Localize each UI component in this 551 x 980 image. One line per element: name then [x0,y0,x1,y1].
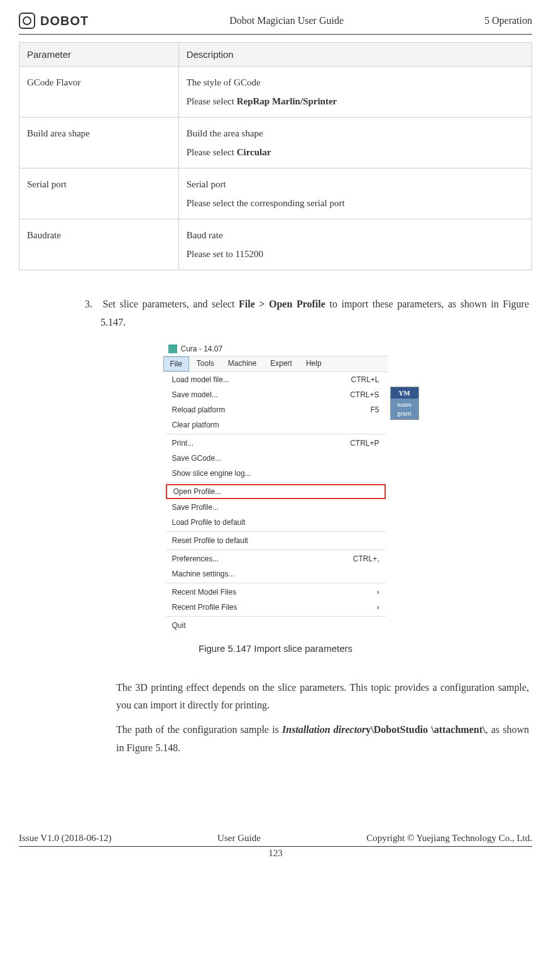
menu-item-shortcut: CTRL+P [350,439,379,448]
menu-machine[interactable]: Machine [222,356,263,372]
desc-pre: Please select the corresponding serial p… [187,198,345,208]
menu-item[interactable]: Machine settings... [163,566,388,581]
desc-pre: Please set to 115200 [187,249,263,259]
cura-screenshot: Cura - 14.07 File Tools Machine Expert H… [163,341,389,634]
table-row: Baudrate Baud rate Please set to 115200 [19,219,532,270]
page-number: 123 [19,847,532,859]
menu-item-label: Recent Profile Files [172,603,237,612]
menu-item[interactable]: Load model file...CTRL+L [163,372,388,387]
step-3: 3. Set slice parameters, and select File… [101,295,529,332]
param-name: Build area shape [19,118,179,168]
desc-bold: RepRap Marlin/Sprinter [237,96,337,106]
desc-line: The style of GCode [187,77,261,87]
menu-item-label: Machine settings... [172,570,235,578]
menu-item[interactable]: Load Profile to default [163,515,388,530]
step-text-pre: Set slice parameters, and select [103,299,239,309]
file-menu-dropdown: Load model file...CTRL+LSave model...CTR… [163,372,388,633]
param-desc: Build the area shape Please select Circu… [178,118,532,168]
doc-section: 5 Operation [484,15,532,26]
menu-item[interactable]: Preferences...CTRL+, [163,551,388,566]
parameter-table: Parameter Description GCode Flavor The s… [19,42,532,270]
menu-item-label: Reset Profile to default [172,536,248,545]
menu-item[interactable]: Recent Profile Files› [163,600,388,615]
menu-item-label: Save GCode... [172,454,222,463]
menu-file[interactable]: File [163,356,189,372]
badge-header: YM [391,387,418,399]
param-name: Baudrate [19,219,179,270]
menubar: File Tools Machine Expert Help [163,356,388,372]
app-icon [168,344,177,353]
menu-item[interactable]: Open Profile... [166,484,386,499]
menu-separator [166,531,386,532]
menu-separator [166,482,386,483]
menu-item-shortcut: F5 [370,405,379,414]
cura-window: Cura - 14.07 File Tools Machine Expert H… [163,341,389,634]
step-number: 3. [85,299,92,309]
menu-item-label: Save model... [172,390,218,399]
menu-tools[interactable]: Tools [190,356,221,372]
table-row: GCode Flavor The style of GCode Please s… [19,67,532,118]
menu-item[interactable]: Save GCode... [163,451,388,466]
menu-separator [166,434,386,434]
window-title: Cura - 14.07 [181,344,223,353]
menu-item-shortcut: CTRL+L [351,375,379,384]
menu-item-label: Quit [172,621,186,630]
menu-item[interactable]: Quit [163,618,388,633]
side-badge: YM nutes gram [390,387,419,421]
p2-pre: The path of the configuration sample is [116,724,282,735]
titlebar: Cura - 14.07 [163,342,388,356]
menu-item[interactable]: Save model...CTRL+S [163,387,388,402]
desc-pre: Please select [187,147,237,157]
menu-item-label: Open Profile... [173,487,222,496]
menu-item-label: Load Profile to default [172,518,246,527]
desc-line: Serial port [187,179,226,189]
menu-item[interactable]: Recent Model Files› [163,585,388,600]
menu-item[interactable]: Show slice engine log... [163,466,388,481]
menu-separator [166,549,386,550]
badge-line: nutes [392,400,417,409]
menu-item[interactable]: Clear platform [163,417,388,432]
menu-item-label: Save Profile... [172,503,219,512]
menu-item-shortcut: › [377,588,379,597]
menu-item-label: Recent Model Files [172,588,237,597]
menu-item-label: Print... [172,439,194,448]
figure-caption: Figure 5.147 Import slice parameters [19,643,532,654]
menu-help[interactable]: Help [300,356,328,372]
desc-line: Build the area shape [187,128,263,138]
menu-item-label: Clear platform [172,421,219,429]
menu-item[interactable]: Save Profile... [163,500,388,515]
menu-item-label: Preferences... [172,554,219,563]
desc-pre: Please select [187,96,237,106]
param-desc: Baud rate Please set to 115200 [178,219,532,270]
step-text-bold: File > Open Profile [239,299,325,309]
param-desc: The style of GCode Please select RepRap … [178,67,532,118]
body-paragraph-2: The path of the configuration sample is … [116,721,529,757]
badge-line: gram [392,409,417,417]
page-footer: Issue V1.0 (2018-06-12) User Guide Copyr… [19,833,532,859]
menu-separator [166,583,386,583]
param-name: Serial port [19,168,179,219]
menu-item[interactable]: Reset Profile to default [163,533,388,548]
p2-bold: y\DobotStudio \attachment\ [366,724,485,735]
menu-item-shortcut: CTRL+S [350,390,379,399]
logo-text: DOBOT [40,14,89,28]
table-row: Build area shape Build the area shape Pl… [19,118,532,168]
menu-separator [166,616,386,617]
col-description: Description [178,43,532,67]
menu-item-label: Load model file... [172,375,229,384]
menu-expert[interactable]: Expert [264,356,298,372]
menu-item[interactable]: Reload platformF5 [163,402,388,417]
menu-item[interactable]: Print...CTRL+P [163,436,388,451]
footer-copyright: Copyright © Yuejiang Technology Co., Ltd… [366,833,532,844]
menu-item-label: Reload platform [172,405,226,414]
logo-area: DOBOT [19,13,89,29]
menu-item-shortcut: › [377,603,379,612]
p2-italic: Installation director [282,724,366,735]
param-name: GCode Flavor [19,67,179,118]
menu-item-shortcut: CTRL+, [353,554,379,563]
param-desc: Serial port Please select the correspond… [178,168,532,219]
footer-guide: User Guide [217,833,261,844]
body-paragraph-1: The 3D printing effect depends on the sl… [116,679,529,715]
page-header: DOBOT Dobot Magician User Guide 5 Operat… [19,13,532,35]
menu-item-label: Show slice engine log... [172,469,251,478]
